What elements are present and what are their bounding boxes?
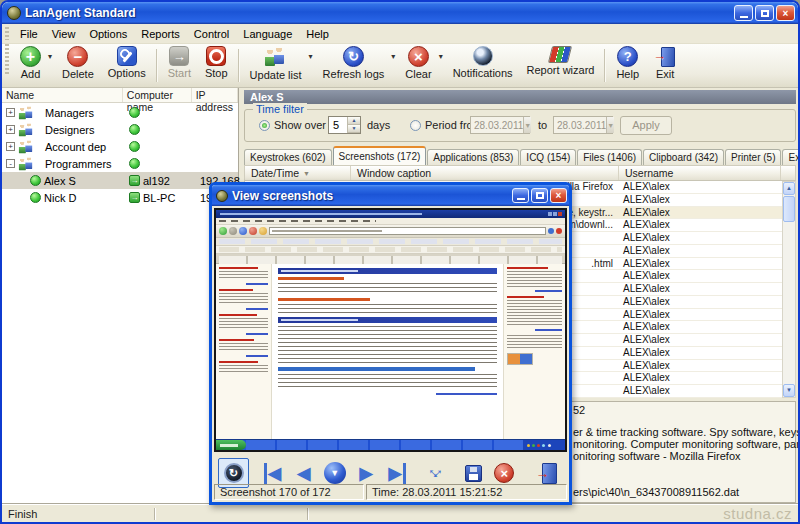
- cell-username: ALEX\alex: [617, 334, 782, 346]
- toolbar-button-label: Update list: [250, 69, 302, 81]
- tree-group-account-dep[interactable]: +Account dep: [2, 138, 238, 155]
- previous-icon: [297, 463, 310, 484]
- toolbar-button-options[interactable]: Options: [101, 44, 153, 87]
- col-datetime[interactable]: Date/Time▼: [245, 166, 351, 180]
- col-window-caption[interactable]: Window caption: [351, 166, 619, 180]
- computer-icon: →: [129, 192, 140, 203]
- scroll-down-icon[interactable]: ▼: [783, 384, 795, 397]
- menu-reports[interactable]: Reports: [134, 26, 187, 42]
- maximize-button[interactable]: [755, 5, 774, 21]
- tab-keystrokes-602[interactable]: Keystrokes (602): [244, 149, 332, 165]
- main-toolbar: ▾AddDeleteOptionsStartStop▾Update list▾R…: [2, 44, 798, 88]
- apply-button[interactable]: Apply: [620, 116, 672, 135]
- collapse-toggle-icon[interactable]: -: [6, 159, 15, 168]
- expand-toggle-icon[interactable]: +: [6, 125, 15, 134]
- group-icon: [18, 139, 35, 155]
- tab-applications-853[interactable]: Applications (853): [427, 149, 519, 165]
- preview-tab-strip: [216, 254, 565, 264]
- table-scrollbar[interactable]: ▲ ▼: [782, 181, 796, 398]
- scroll-up-icon[interactable]: ▲: [783, 182, 795, 195]
- toolbar-button-stop[interactable]: Stop: [198, 44, 235, 87]
- toolbar-button-label: Notifications: [453, 67, 513, 79]
- toolbar-button-add[interactable]: ▾Add: [13, 44, 55, 87]
- chevron-down-icon[interactable]: ▼: [606, 117, 614, 133]
- menu-file[interactable]: File: [13, 26, 45, 42]
- stepper-arrows[interactable]: ▲▼: [347, 117, 360, 133]
- cell-username: ALEX\alex: [617, 194, 782, 206]
- tab-icq-154[interactable]: ICQ (154): [520, 149, 576, 165]
- dialog-minimize-button[interactable]: [512, 188, 529, 203]
- date-from-select[interactable]: 28.03.2011 ▼: [470, 116, 530, 134]
- col-username[interactable]: Username: [619, 166, 781, 180]
- online-status-icon: [30, 192, 41, 203]
- toolbar-button-update-list[interactable]: ▾Update list: [243, 44, 316, 87]
- tree-member-nick-d[interactable]: Nick D →BL-PC 192.168...: [2, 189, 238, 206]
- tab-screenshots-172[interactable]: Screenshots (172): [333, 146, 427, 165]
- dropdown-arrow-icon[interactable]: ▾: [309, 52, 313, 61]
- toolbar-button-refresh-logs[interactable]: ▾Refresh logs: [316, 44, 399, 87]
- skeleton-line: [507, 335, 562, 349]
- toolbar-button-notifications[interactable]: Notifications: [446, 44, 520, 87]
- tree-group-managers[interactable]: +Managers: [2, 104, 238, 121]
- scrollbar-thumb[interactable]: [783, 196, 795, 222]
- expand-toggle-icon[interactable]: +: [6, 108, 15, 117]
- radio-selected-icon[interactable]: [259, 120, 270, 131]
- preview-main-column: [272, 264, 503, 439]
- stepper-up-icon[interactable]: ▲: [348, 117, 360, 125]
- save-icon: [465, 465, 482, 482]
- skeleton-line: [246, 333, 268, 335]
- tab-printer-5[interactable]: Printer (5): [725, 149, 781, 165]
- tab-external-storages-4[interactable]: External storages (4): [782, 149, 800, 165]
- expand-toggle-icon[interactable]: +: [6, 142, 15, 151]
- exit-icon: [535, 462, 559, 484]
- skeleton-line: [278, 326, 497, 364]
- toolbar-button-report-wizard[interactable]: Report wizard: [520, 44, 602, 87]
- cell-username: ALEX\alex: [617, 360, 782, 372]
- online-status-icon: [129, 124, 140, 135]
- window-titlebar: LanAgent Standard ×: [2, 2, 798, 24]
- stepper-down-icon[interactable]: ▼: [348, 125, 360, 133]
- log-tabs: Keystrokes (602)Screenshots (172)Applica…: [244, 146, 796, 165]
- toolbar-button-help[interactable]: Help: [609, 44, 646, 87]
- status-divider: [154, 508, 156, 520]
- tab-files-1406[interactable]: Files (1406): [577, 149, 642, 165]
- preview-taskbar: [216, 439, 565, 450]
- skeleton-line: [219, 339, 254, 341]
- tree-col-computer[interactable]: Computer name: [123, 88, 192, 102]
- menu-language[interactable]: Language: [236, 26, 299, 42]
- minimize-button[interactable]: [734, 5, 753, 21]
- info-line: ers\pic\40\n_63437008911562.dat: [573, 486, 739, 498]
- tree-col-name[interactable]: Name: [2, 88, 123, 102]
- menu-options[interactable]: Options: [82, 26, 134, 42]
- dropdown-arrow-icon[interactable]: ▾: [439, 52, 443, 61]
- preview-extension-bar: [216, 246, 565, 254]
- date-to-select[interactable]: 28.03.2011 ▼: [553, 116, 613, 134]
- toolbar-button-clear[interactable]: ▾Clear: [398, 44, 445, 87]
- chevron-down-icon[interactable]: ▼: [523, 117, 531, 133]
- dialog-close-button[interactable]: ×: [550, 188, 567, 203]
- toolbar-button-label: Refresh logs: [323, 68, 385, 80]
- toolbar-button-label: Options: [108, 67, 146, 79]
- cell-username: ALEX\alex: [617, 372, 782, 384]
- tree-group-programmers[interactable]: -Programmers: [2, 155, 238, 172]
- close-button[interactable]: ×: [776, 5, 795, 21]
- lanagent-logo-icon: [216, 190, 228, 202]
- days-stepper[interactable]: 5 ▲▼: [328, 116, 361, 134]
- dialog-maximize-button[interactable]: [531, 188, 548, 203]
- tree-member-alex-s[interactable]: Alex S →al192 192.168...: [2, 172, 238, 189]
- online-status-icon: [129, 141, 140, 152]
- dropdown-arrow-icon[interactable]: ▾: [391, 52, 395, 61]
- toolbar-button-delete[interactable]: Delete: [55, 44, 101, 87]
- menu-view[interactable]: View: [45, 26, 83, 42]
- toolbar-button-exit[interactable]: Exit: [646, 44, 684, 87]
- tab-clipboard-342[interactable]: Clipboard (342): [643, 149, 724, 165]
- menu-help[interactable]: Help: [299, 26, 336, 42]
- tree-col-ip[interactable]: IP address: [192, 88, 238, 102]
- dropdown-arrow-icon[interactable]: ▾: [48, 52, 52, 61]
- preview-page-content: [216, 264, 565, 439]
- tree-group-designers[interactable]: +Designers: [2, 121, 238, 138]
- show-over-radio[interactable]: Show over: [259, 119, 326, 131]
- days-value[interactable]: 5: [329, 117, 347, 133]
- menu-control[interactable]: Control: [187, 26, 236, 42]
- radio-unselected-icon[interactable]: [410, 120, 421, 131]
